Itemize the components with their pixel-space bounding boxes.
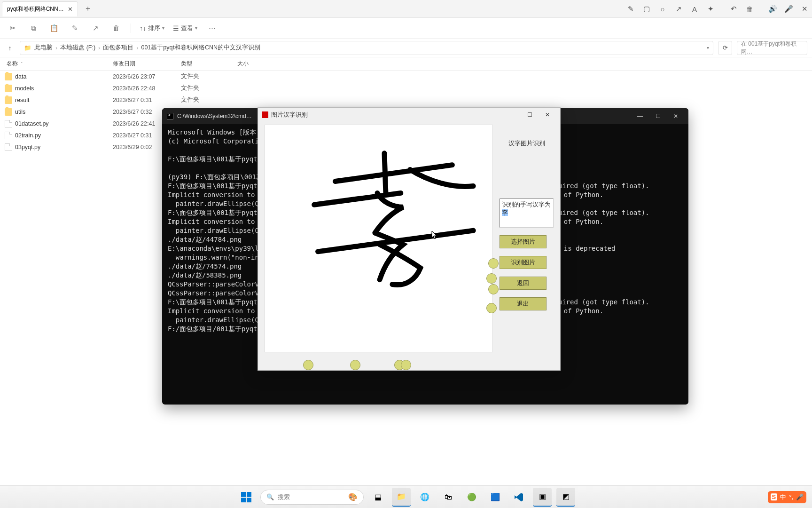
arrow-icon[interactable]: ↗ [674,4,683,14]
dialog-minimize-icon[interactable]: ― [503,109,521,121]
file-name: models [15,85,113,92]
file-list-header: 名称 ˄ 修改日期 类型 大小 [0,57,812,71]
crumb-pc[interactable]: 此电脑 [34,44,53,52]
pen-icon[interactable]: ✎ [626,4,635,14]
result-textbox[interactable]: 识别的手写汉字为李 [500,198,554,228]
mic-icon[interactable]: 🎤 [784,4,793,14]
taskview-icon[interactable]: ⬓ [368,488,387,507]
chevron-down-icon[interactable]: ▾ [707,45,709,50]
tab-bar: pyqt和卷积网络CNN… ✕ ＋ ✎ ▢ ○ ↗ A ✦ ↶ 🗑 🔊 🎤 ✕ [0,0,812,18]
app-taskbar-icon[interactable]: 🟦 [486,488,505,507]
rename-icon[interactable]: ✎ [69,22,81,34]
file-row[interactable]: result2023/6/27 0:31文件夹 [0,94,812,106]
sort-label: 排序 [148,24,160,32]
result-prefix: 识别的手写汉字为 [502,201,551,208]
separator [722,5,722,13]
svg-rect-3 [247,498,251,502]
ime-punct-icon: °, [789,493,793,500]
drawing-canvas[interactable] [265,125,493,352]
side-heading: 汉字图片识别 [500,140,554,148]
undo-icon[interactable]: ↶ [729,4,738,14]
view-dropdown[interactable]: ☰ 查看 ▾ [173,24,197,32]
cmd-minimize-icon[interactable]: ― [632,111,648,122]
crumb-drive[interactable]: 本地磁盘 (F:) [60,44,95,52]
explorer-toolbar: ✂ ⧉ 📋 ✎ ↗ 🗑 ↑↓ 排序 ▾ ☰ 查看 ▾ ⋯ [0,18,812,39]
exit-button[interactable]: 退出 [500,297,547,310]
dialog-titlebar[interactable]: 图片汉字识别 ― ☐ ✕ [258,108,560,122]
cmd-maximize-icon[interactable]: ☐ [650,111,666,122]
file-name: utils [15,109,113,115]
file-row[interactable]: models2023/6/26 22:48文件夹 [0,82,812,94]
cmd-close-icon[interactable]: ✕ [668,111,684,122]
recognize-image-button[interactable]: 识别图片 [500,256,547,269]
file-name: data [15,73,113,80]
dialog-close-icon[interactable]: ✕ [539,109,556,121]
recognition-dialog[interactable]: 图片汉字识别 ― ☐ ✕ [258,107,561,371]
sparkle-icon[interactable]: ✦ [706,4,715,14]
search-placeholder: 在 001基于pyqt和卷积网… [741,40,803,56]
taskbar-search-placeholder: 搜索 [278,493,290,501]
column-size[interactable]: 大小 [237,60,275,68]
select-image-button[interactable]: 选择图片 [500,235,547,248]
crumb-folder2[interactable]: 001基于pyqt和卷积网络CNN的中文汉字识别 [141,44,260,52]
close-tab-icon[interactable]: ✕ [68,6,73,13]
file-icon [5,132,12,139]
folder-icon [5,73,12,80]
address-row: ↑ 📁 此电脑› 本地磁盘 (F:)› 面包多项目› 001基于pyqt和卷积网… [0,39,812,57]
terminal-taskbar-icon[interactable]: ▣ [533,488,552,507]
circle-icon[interactable]: ○ [658,4,667,14]
dialog-title-text: 图片汉字识别 [271,111,308,119]
file-name: result [15,97,113,103]
file-name: 03pyqt.py [15,144,113,151]
speaker-icon[interactable]: 🔊 [768,4,777,14]
vscode-taskbar-icon[interactable] [509,488,528,507]
sort-dropdown[interactable]: ↑↓ 排序 ▾ [140,24,164,32]
close-overlay-icon[interactable]: ✕ [800,4,809,14]
address-bar[interactable]: 📁 此电脑› 本地磁盘 (F:)› 面包多项目› 001基于pyqt和卷积网络C… [20,41,713,55]
browser-taskbar-icon[interactable]: 🟢 [462,488,481,507]
decoration-orb [486,273,497,284]
explorer-taskbar-icon[interactable]: 📁 [392,488,411,507]
delete-icon[interactable]: 🗑 [110,22,122,34]
annotation-toolbar: ✎ ▢ ○ ↗ A ✦ ↶ 🗑 🔊 🎤 ✕ [626,2,809,16]
dialog-maximize-icon[interactable]: ☐ [521,109,539,121]
result-char: 李 [502,209,508,216]
square-icon[interactable]: ▢ [642,4,651,14]
column-date[interactable]: 修改日期 [113,60,181,68]
python-window-taskbar-icon[interactable]: ◩ [556,488,575,507]
explorer-tab[interactable]: pyqt和卷积网络CNN… ✕ [2,1,78,16]
dialog-side-column: 汉字图片识别 识别的手写汉字为李 选择图片 识别图片 返回 退出 [500,125,554,310]
edge-taskbar-icon[interactable]: 🌐 [415,488,434,507]
crumb-folder1[interactable]: 面包多项目 [103,44,133,52]
back-button[interactable]: 返回 [500,277,547,290]
column-type[interactable]: 类型 [181,60,237,68]
cut-icon[interactable]: ✂ [7,22,19,34]
breadcrumb: 此电脑› 本地磁盘 (F:)› 面包多项目› 001基于pyqt和卷积网络CNN… [34,44,260,52]
paste-icon[interactable]: 📋 [48,22,60,34]
trash-icon[interactable]: 🗑 [745,4,754,14]
copy-icon[interactable]: ⧉ [27,22,39,34]
system-tray: S 中 °, 🎤 [768,491,806,503]
file-date: 2023/6/26 22:48 [113,85,181,92]
file-type: 文件夹 [181,72,237,80]
file-row[interactable]: data2023/6/26 23:07文件夹 [0,71,812,82]
store-taskbar-icon[interactable]: 🛍 [439,488,458,507]
ime-indicator[interactable]: S 中 °, 🎤 [768,491,806,503]
folder-icon [5,85,12,92]
more-icon[interactable]: ⋯ [206,22,218,34]
decoration-orb [488,258,499,269]
text-icon[interactable]: A [690,4,699,14]
start-button[interactable] [237,488,256,507]
file-type: 文件夹 [181,84,237,92]
new-tab-button[interactable]: ＋ [82,3,94,15]
column-name[interactable]: 名称 ˄ [0,60,113,68]
search-input[interactable]: 在 001基于pyqt和卷积网… [737,41,807,55]
dialog-icon [262,111,268,118]
folder-icon [5,96,12,104]
up-icon[interactable]: ↑ [5,44,15,52]
taskbar-search[interactable]: 🔍 搜索 🎨 [260,490,364,505]
file-date: 2023/6/26 23:07 [113,73,181,80]
ime-mic-icon: 🎤 [796,493,804,500]
share-icon[interactable]: ↗ [89,22,102,34]
refresh-icon[interactable]: ⟳ [718,41,732,55]
